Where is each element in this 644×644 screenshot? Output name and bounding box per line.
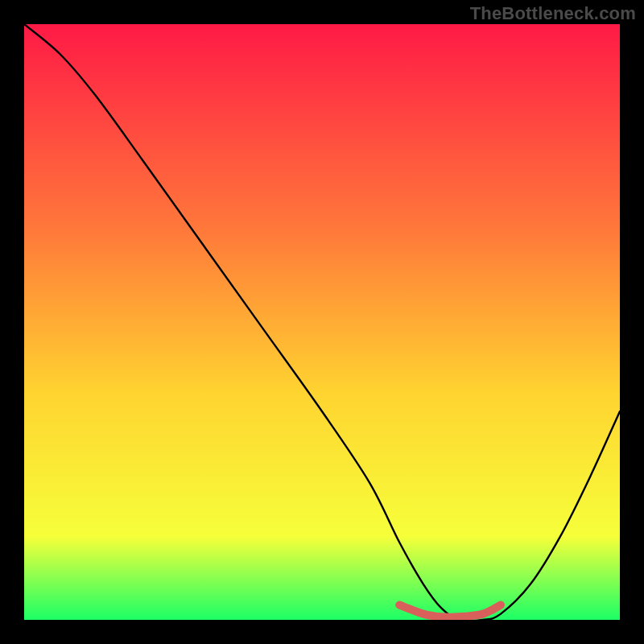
gradient-background	[24, 24, 620, 620]
plot-svg	[24, 24, 620, 620]
bottleneck-plot	[24, 24, 620, 620]
watermark-text: TheBottleneck.com	[470, 3, 636, 24]
chart-frame: TheBottleneck.com	[0, 0, 644, 644]
